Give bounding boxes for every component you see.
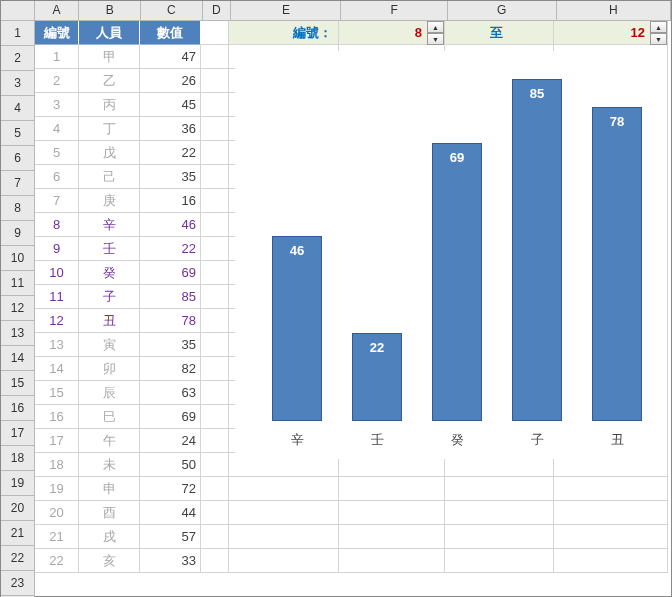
empty-cell[interactable] — [201, 501, 229, 525]
cell-id[interactable]: 16 — [35, 405, 79, 429]
empty-cell[interactable] — [554, 477, 668, 501]
col-header-G[interactable]: G — [448, 1, 557, 20]
row-header-18[interactable]: 18 — [1, 446, 34, 471]
col-header-D[interactable]: D — [203, 1, 232, 20]
cell-id[interactable]: 22 — [35, 549, 79, 573]
empty-cell[interactable] — [201, 213, 229, 237]
cell-id[interactable]: 6 — [35, 165, 79, 189]
col-header-B[interactable]: B — [79, 1, 141, 20]
range-from-value[interactable]: 8▲▼ — [339, 21, 445, 45]
row-header-16[interactable]: 16 — [1, 396, 34, 421]
cell-name[interactable]: 辰 — [79, 381, 140, 405]
empty-cell[interactable] — [339, 477, 445, 501]
cell-name[interactable]: 子 — [79, 285, 140, 309]
empty-cell[interactable] — [201, 549, 229, 573]
cell-id[interactable]: 4 — [35, 117, 79, 141]
row-header-10[interactable]: 10 — [1, 246, 34, 271]
cell-value[interactable]: 50 — [140, 453, 201, 477]
empty-cell[interactable] — [445, 477, 554, 501]
cell-value[interactable]: 45 — [140, 93, 201, 117]
cell-value[interactable]: 22 — [140, 237, 201, 261]
cell-name[interactable]: 亥 — [79, 549, 140, 573]
cell-id[interactable]: 13 — [35, 333, 79, 357]
chart-bar[interactable]: 69 — [432, 143, 482, 421]
cell-name[interactable]: 申 — [79, 477, 140, 501]
empty-cell[interactable] — [201, 357, 229, 381]
chart-bar[interactable]: 22 — [352, 333, 402, 421]
spinner-up-icon[interactable]: ▲ — [427, 21, 444, 33]
row-header-22[interactable]: 22 — [1, 546, 34, 571]
empty-cell[interactable] — [229, 549, 339, 573]
table-header-B[interactable]: 人員 — [79, 21, 140, 45]
empty-cell[interactable] — [201, 429, 229, 453]
empty-cell[interactable] — [201, 477, 229, 501]
row-header-13[interactable]: 13 — [1, 321, 34, 346]
cell-value[interactable]: 85 — [140, 285, 201, 309]
cell-id[interactable]: 14 — [35, 357, 79, 381]
empty-cell[interactable] — [201, 117, 229, 141]
cell-name[interactable]: 酉 — [79, 501, 140, 525]
cell-D1[interactable] — [201, 21, 229, 45]
col-header-C[interactable]: C — [141, 1, 203, 20]
cell-value[interactable]: 69 — [140, 405, 201, 429]
cell-id[interactable]: 11 — [35, 285, 79, 309]
cell-value[interactable]: 72 — [140, 477, 201, 501]
cell-value[interactable]: 36 — [140, 117, 201, 141]
cell-value[interactable]: 46 — [140, 213, 201, 237]
empty-cell[interactable] — [339, 501, 445, 525]
cell-value[interactable]: 69 — [140, 261, 201, 285]
empty-cell[interactable] — [554, 549, 668, 573]
cell-id[interactable]: 20 — [35, 501, 79, 525]
row-header-15[interactable]: 15 — [1, 371, 34, 396]
empty-cell[interactable] — [554, 525, 668, 549]
col-header-A[interactable]: A — [35, 1, 80, 20]
cell-name[interactable]: 寅 — [79, 333, 140, 357]
bar-chart[interactable]: 4622698578 辛壬癸子丑 — [235, 51, 667, 459]
cell-id[interactable]: 1 — [35, 45, 79, 69]
cell-id[interactable]: 19 — [35, 477, 79, 501]
cell-id[interactable]: 15 — [35, 381, 79, 405]
chart-bar[interactable]: 46 — [272, 236, 322, 421]
cell-id[interactable]: 17 — [35, 429, 79, 453]
select-all-corner[interactable] — [1, 1, 35, 20]
row-header-4[interactable]: 4 — [1, 96, 34, 121]
empty-cell[interactable] — [201, 165, 229, 189]
cell-name[interactable]: 午 — [79, 429, 140, 453]
spinner-down-icon[interactable]: ▼ — [427, 33, 444, 45]
empty-cell[interactable] — [201, 69, 229, 93]
empty-cell[interactable] — [229, 525, 339, 549]
row-header-20[interactable]: 20 — [1, 496, 34, 521]
empty-cell[interactable] — [201, 285, 229, 309]
empty-cell[interactable] — [201, 261, 229, 285]
row-header-11[interactable]: 11 — [1, 271, 34, 296]
empty-cell[interactable] — [445, 525, 554, 549]
cell-id[interactable]: 7 — [35, 189, 79, 213]
empty-cell[interactable] — [201, 525, 229, 549]
cell-name[interactable]: 丑 — [79, 309, 140, 333]
cell-id[interactable]: 3 — [35, 93, 79, 117]
cell-value[interactable]: 35 — [140, 333, 201, 357]
row-header-12[interactable]: 12 — [1, 296, 34, 321]
cell-id[interactable]: 12 — [35, 309, 79, 333]
cell-name[interactable]: 巳 — [79, 405, 140, 429]
row-header-23[interactable]: 23 — [1, 571, 34, 596]
cell-name[interactable]: 未 — [79, 453, 140, 477]
range-to-value[interactable]: 12▲▼ — [554, 21, 668, 45]
empty-cell[interactable] — [445, 501, 554, 525]
row-header-5[interactable]: 5 — [1, 121, 34, 146]
cell-name[interactable]: 庚 — [79, 189, 140, 213]
cell-value[interactable]: 33 — [140, 549, 201, 573]
empty-cell[interactable] — [201, 141, 229, 165]
row-header-3[interactable]: 3 — [1, 71, 34, 96]
cell-name[interactable]: 癸 — [79, 261, 140, 285]
empty-cell[interactable] — [201, 237, 229, 261]
empty-cell[interactable] — [229, 477, 339, 501]
empty-cell[interactable] — [229, 501, 339, 525]
cell-name[interactable]: 辛 — [79, 213, 140, 237]
cell-name[interactable]: 丁 — [79, 117, 140, 141]
cell-name[interactable]: 戌 — [79, 525, 140, 549]
cell-value[interactable]: 57 — [140, 525, 201, 549]
row-header-7[interactable]: 7 — [1, 171, 34, 196]
table-header-A[interactable]: 編號 — [35, 21, 79, 45]
col-header-E[interactable]: E — [231, 1, 341, 20]
